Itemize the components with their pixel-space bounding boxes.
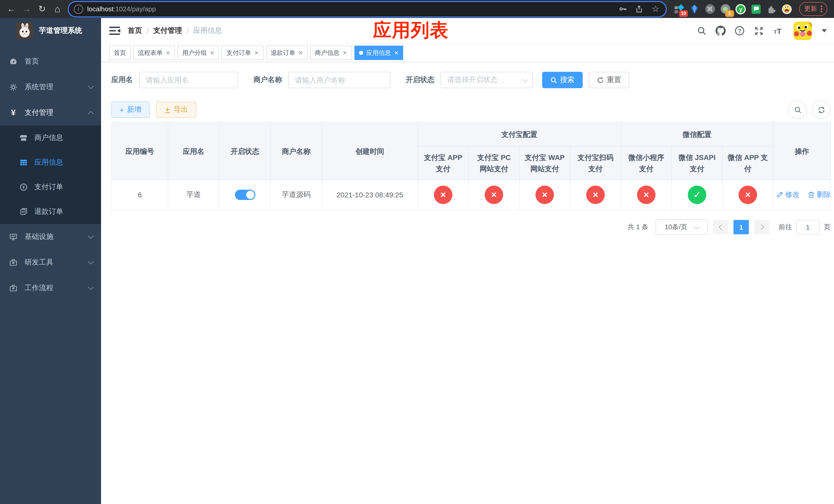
trash-icon (808, 191, 814, 198)
site-info-icon[interactable]: i (74, 4, 83, 14)
tab-pay-order[interactable]: 支付订单✕ (222, 46, 263, 60)
extension-badge: 10 (679, 10, 688, 17)
breadcrumb-home[interactable]: 首页 (128, 26, 142, 36)
extension-yudao-icon[interactable]: y (736, 4, 746, 14)
close-icon[interactable]: ✕ (343, 49, 347, 56)
font-size-icon[interactable]: TT (772, 26, 783, 36)
sidebar-item-refund-order[interactable]: 退款订单 (0, 200, 101, 224)
goto-page-input[interactable] (796, 220, 820, 234)
next-page-button[interactable] (754, 220, 769, 234)
reset-button[interactable]: 重置 (589, 72, 629, 88)
search-icon[interactable] (697, 26, 707, 36)
browser-menu-icon[interactable] (821, 6, 822, 12)
tab-user-group[interactable]: 用户分组✕ (177, 46, 219, 60)
extension-blocks-icon[interactable]: 10 (674, 4, 684, 14)
user-avatar[interactable] (793, 22, 812, 40)
tab-app-info[interactable]: 应用信息✕ (354, 46, 403, 60)
share-icon[interactable] (634, 4, 644, 14)
browser-home-icon[interactable]: ⌂ (50, 2, 65, 16)
table-row: 6 芋道 芋道源码 2021-10-23 08:49:25 × × × × × … (112, 180, 831, 210)
search-icon (550, 77, 557, 83)
tags-view: 首页 流程表单✕ 用户分组✕ 支付订单✕ 退款订单✕ 商户信息✕ 应用信息✕ (101, 44, 834, 62)
active-dot (359, 51, 363, 55)
enabled-toggle[interactable] (235, 190, 255, 200)
prev-page-button[interactable] (713, 220, 728, 234)
sidebar-item-pay-order[interactable]: ¥ 支付订单 (0, 175, 101, 200)
fullscreen-icon[interactable] (753, 26, 764, 36)
edit-link[interactable]: 修改 (776, 190, 799, 200)
sidebar-fold-icon[interactable] (109, 26, 120, 36)
close-icon[interactable]: ✕ (166, 49, 170, 56)
group-alipay-config: 支付宝配置 (418, 122, 621, 146)
extensions-puzzle-icon[interactable] (766, 4, 776, 14)
app-container: 应用名 商户名称 开启状态 请选择开启状态 搜索 重置 (101, 62, 834, 504)
pagination: 共 1 条 10条/页 1 前往 页 (111, 220, 830, 235)
main-area: 应用列表 首页 / 支付管理 / 应用信息 (101, 18, 834, 504)
close-icon[interactable]: ✕ (394, 49, 398, 56)
tab-process-form[interactable]: 流程表单✕ (133, 46, 175, 60)
browser-update-button[interactable]: 更新 (799, 2, 827, 16)
sidebar-item-system[interactable]: 系统管理 (0, 74, 101, 100)
extension-chat-icon[interactable] (751, 4, 761, 14)
svg-text:?: ? (738, 28, 741, 34)
page-number-1[interactable]: 1 (733, 220, 749, 234)
refresh-button[interactable] (812, 100, 830, 119)
merchant-name-input[interactable] (288, 72, 390, 88)
chevron-up-icon (88, 111, 94, 117)
close-icon[interactable]: ✕ (298, 49, 303, 56)
app-title: 芋道管理系统 (39, 26, 82, 36)
tab-home[interactable]: 首页 (109, 46, 131, 60)
col-merchant: 商户名称 (270, 122, 322, 180)
export-button[interactable]: 导出 (156, 101, 196, 118)
alipay-app-status: × (434, 186, 453, 204)
profile-avatar-icon[interactable] (782, 4, 792, 14)
github-icon[interactable] (716, 26, 726, 36)
goto-label: 前往 (778, 223, 792, 232)
sidebar-item-merchant-info[interactable]: 商户信息 (0, 125, 101, 150)
app-table: 应用编号 应用名 开启状态 商户名称 创建时间 支付宝配置 微信配置 操作 支付… (111, 122, 831, 210)
col-alipay-qr: 支付宝扫码支付 (570, 146, 621, 180)
cell-merchant: 芋道源码 (270, 180, 322, 210)
page-size-select[interactable]: 10条/页 (656, 220, 708, 235)
address-bar[interactable]: i localhost:1024/pay/app ☆ (69, 2, 666, 16)
browser-forward-icon[interactable]: → (20, 2, 34, 16)
extension-gem-icon[interactable] (689, 4, 700, 14)
sidebar: 芋道管理系统 首页 系统管理 ¥ (0, 18, 101, 504)
close-icon[interactable]: ✕ (254, 49, 259, 56)
hide-search-button[interactable] (788, 100, 807, 119)
col-alipay-wap: 支付宝 WAP 网站支付 (519, 146, 570, 180)
extension-recorder-icon[interactable]: 1 (720, 4, 730, 14)
breadcrumb-pay[interactable]: 支付管理 (153, 26, 182, 36)
logo-image (16, 23, 33, 39)
filter-form: 应用名 商户名称 开启状态 请选择开启状态 搜索 重置 (111, 72, 834, 88)
sidebar-item-workflow[interactable]: 工作流程 (0, 275, 101, 301)
close-icon[interactable]: ✕ (210, 49, 214, 56)
browser-reload-icon[interactable]: ↻ (35, 2, 49, 16)
url-text: localhost:1024/pay/app (87, 5, 613, 13)
refresh-icon (597, 77, 604, 83)
sidebar-item-home[interactable]: 首页 (0, 49, 101, 74)
sidebar-item-devtools[interactable]: 研发工具 (0, 250, 101, 275)
wechat-jsapi-status: ✓ (688, 186, 706, 204)
sidebar-item-app-info[interactable]: 应用信息 (0, 150, 101, 175)
key-icon[interactable] (618, 4, 628, 14)
tab-refund-order[interactable]: 退款订单✕ (266, 46, 307, 60)
help-icon[interactable]: ? (734, 26, 745, 36)
extension-command-icon[interactable]: ⌘ (705, 4, 715, 14)
tab-merchant-info[interactable]: 商户信息✕ (310, 46, 352, 60)
sidebar-logo[interactable]: 芋道管理系统 (0, 18, 101, 44)
status-select[interactable]: 请选择开启状态 (441, 72, 533, 88)
group-wechat-config: 微信配置 (621, 122, 773, 146)
app-name-input[interactable] (139, 72, 238, 88)
sidebar-item-pay[interactable]: ¥ 支付管理 (0, 100, 101, 125)
delete-link[interactable]: 删除 (808, 190, 831, 200)
url-host: localhost (87, 5, 114, 13)
cell-app-name: 芋道 (168, 180, 219, 210)
browser-back-icon[interactable]: ← (4, 2, 19, 16)
sidebar-item-infra[interactable]: 基础设施 (0, 224, 101, 250)
bookmark-star-icon[interactable]: ☆ (650, 4, 661, 14)
avatar-caret-icon[interactable] (822, 29, 827, 32)
table-toolbar: + 新增 导出 (111, 100, 830, 119)
search-button[interactable]: 搜索 (542, 72, 583, 88)
add-button[interactable]: + 新增 (111, 101, 150, 118)
